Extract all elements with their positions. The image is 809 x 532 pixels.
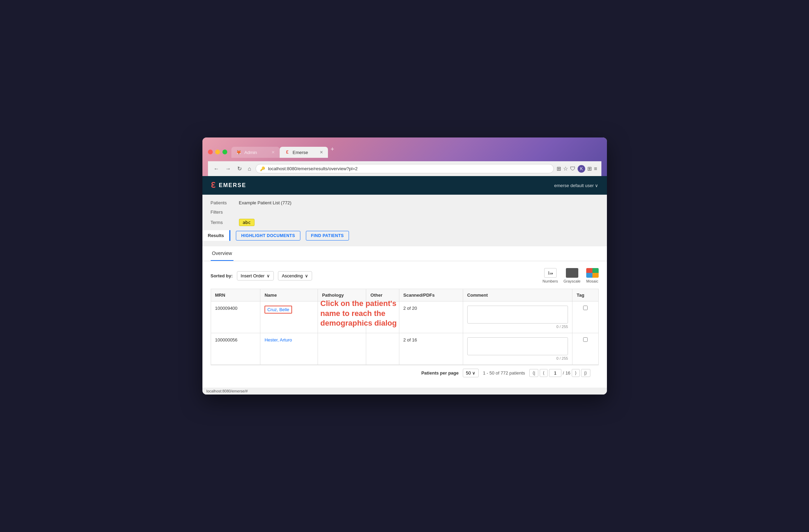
tab-row: 🦊 Admin ✕ Ɛ Emerse ✕ +: [208, 142, 601, 158]
comment-input-1[interactable]: [467, 306, 568, 324]
content-area: Sorted by: Insert Order ∨ Ascending ∨ 1₂…: [202, 261, 607, 388]
col-tag: Tag: [572, 289, 598, 301]
view-options: 1₂₃ Numbers Grayscale: [542, 268, 598, 283]
extensions-icon[interactable]: ⊞: [587, 165, 592, 172]
results-tab[interactable]: Results: [202, 230, 231, 241]
first-page-button[interactable]: ⟨|: [529, 369, 538, 377]
doc-count-1: 2 of 20: [403, 306, 417, 311]
shield-icon[interactable]: 🛡: [570, 166, 576, 172]
mosaic-label: Mosaic: [586, 279, 598, 283]
col-mrn: MRN: [211, 289, 260, 301]
comment-input-2[interactable]: [467, 337, 568, 355]
col-scanned: Scanned/PDFs: [399, 289, 463, 301]
tag-checkbox-1[interactable]: [583, 306, 588, 310]
sort-field-value: Insert Order: [241, 273, 264, 278]
nav-bar: ← → ↻ ⌂ 🔑 localhost:8080/emerse/results/…: [208, 161, 601, 176]
menu-icon[interactable]: ≡: [594, 166, 597, 172]
traffic-lights: [208, 150, 227, 158]
cell-tag-2: [572, 333, 598, 365]
per-page-chevron: ∨: [472, 370, 476, 376]
per-page-value: 50: [466, 370, 471, 376]
numbers-view[interactable]: 1₂₃ Numbers: [542, 268, 558, 283]
logo-text: EMERSE: [219, 182, 247, 188]
admin-tab[interactable]: 🦊 Admin ✕: [231, 147, 280, 158]
highlight-docs-button[interactable]: HIGHLIGHT DOCUMENTS: [236, 231, 300, 241]
grid-icon[interactable]: ⊞: [557, 165, 561, 172]
status-url: localhost:8080/emerse/#: [207, 389, 248, 393]
col-comment: Comment: [463, 289, 572, 301]
pagination-info: 1 - 50 of 772 patients: [483, 370, 525, 376]
name-cell-wrapper: Cruz, Belle Click on the patient's name …: [264, 306, 313, 314]
cell-pathology-1: [318, 301, 366, 333]
forward-button[interactable]: →: [224, 165, 233, 173]
mosaic-view[interactable]: Mosaic: [586, 268, 599, 283]
maximize-button[interactable]: [222, 150, 227, 154]
patients-label: Patients: [211, 200, 235, 205]
browser-window: 🦊 Admin ✕ Ɛ Emerse ✕ + ← → ↻ ⌂ 🔑 localho…: [202, 137, 607, 395]
sort-field-select[interactable]: Insert Order ∨: [237, 271, 274, 280]
close-button[interactable]: [208, 150, 213, 154]
status-bar: localhost:8080/emerse/#: [202, 388, 607, 395]
sort-order-value: Ascending: [282, 273, 303, 278]
per-page-label: Patients per page: [421, 370, 459, 376]
metadata-section: Patients Example Patient List (772) Filt…: [202, 195, 607, 246]
sort-order-select[interactable]: Ascending ∨: [278, 271, 312, 280]
admin-favicon: 🦊: [236, 150, 242, 155]
filters-row: Filters: [211, 209, 599, 215]
cell-mrn-2: 100000056: [211, 333, 260, 365]
comment-counter-1: 0 / 255: [467, 325, 568, 329]
lock-icon: 🔑: [260, 166, 265, 171]
user-menu-label: emerse default user ∨: [554, 183, 599, 188]
tag-checkbox-2[interactable]: [583, 337, 588, 342]
next-page-button[interactable]: ⟩: [572, 369, 580, 377]
emerse-tab-close[interactable]: ✕: [320, 150, 323, 155]
patients-value: Example Patient List (772): [239, 200, 291, 205]
comment-counter-2: 0 / 255: [467, 356, 568, 360]
patient-link-1[interactable]: Cruz, Belle: [267, 307, 289, 312]
admin-tab-close[interactable]: ✕: [271, 150, 275, 155]
name-highlight-box: Cruz, Belle: [264, 306, 292, 314]
overview-tab[interactable]: Overview: [211, 246, 233, 261]
filters-label: Filters: [211, 209, 235, 215]
minimize-button[interactable]: [215, 150, 220, 154]
table-row: 100000056 Hester, Arturo 2 of 16 0 / 255: [211, 333, 598, 365]
results-row: Results HIGHLIGHT DOCUMENTS FIND PATIENT…: [211, 230, 599, 241]
cell-mrn-1: 100009400: [211, 301, 260, 333]
profile-icon[interactable]: K: [578, 165, 585, 173]
prev-page-button[interactable]: ⟨: [540, 369, 548, 377]
terms-label: Terms: [211, 220, 235, 225]
numbers-label: Numbers: [542, 279, 558, 283]
results-table: MRN Name Pathology Other Scanned/PDFs Co…: [211, 289, 599, 365]
back-button[interactable]: ←: [212, 165, 221, 173]
sort-field-chevron: ∨: [267, 273, 270, 278]
numbers-icon: 1₂₃: [544, 268, 557, 278]
patient-link-2[interactable]: Hester, Arturo: [264, 337, 292, 342]
grayscale-icon: [566, 268, 578, 278]
per-page-select[interactable]: 50 ∨: [463, 369, 479, 377]
user-menu[interactable]: emerse default user ∨: [554, 183, 599, 188]
new-tab-button[interactable]: +: [328, 144, 337, 158]
app-header: Ɛ EMERSE emerse default user ∨: [202, 176, 607, 195]
page-separator: /: [563, 370, 564, 376]
refresh-button[interactable]: ↻: [236, 164, 243, 173]
page-number-input[interactable]: [549, 369, 561, 377]
toolbar-right: ⊞ ☆ 🛡 K ⊞ ≡: [557, 165, 597, 173]
app-logo: Ɛ EMERSE: [211, 181, 247, 190]
find-patients-button[interactable]: FIND PATIENTS: [306, 231, 349, 241]
table-header: MRN Name Pathology Other Scanned/PDFs Co…: [211, 289, 598, 301]
home-button[interactable]: ⌂: [246, 165, 253, 173]
sort-order-chevron: ∨: [305, 273, 308, 278]
grayscale-view[interactable]: Grayscale: [563, 268, 581, 283]
col-name: Name: [260, 289, 318, 301]
pagination-bar: Patients per page 50 ∨ 1 - 50 of 772 pat…: [211, 365, 599, 381]
last-page-button[interactable]: |⟩: [581, 369, 590, 377]
emerse-tab[interactable]: Ɛ Emerse ✕: [280, 147, 328, 158]
address-bar[interactable]: 🔑 localhost:8080/emerse/results/overview…: [256, 164, 554, 173]
table-body: 100009400 Cruz, Belle Click on the patie…: [211, 301, 598, 365]
cell-other-2: [366, 333, 399, 365]
cell-scanned-2: 2 of 16: [399, 333, 463, 365]
sorted-by-label: Sorted by:: [211, 273, 233, 278]
table-row: 100009400 Cruz, Belle Click on the patie…: [211, 301, 598, 333]
admin-tab-label: Admin: [244, 150, 257, 155]
bookmark-icon[interactable]: ☆: [563, 165, 568, 172]
